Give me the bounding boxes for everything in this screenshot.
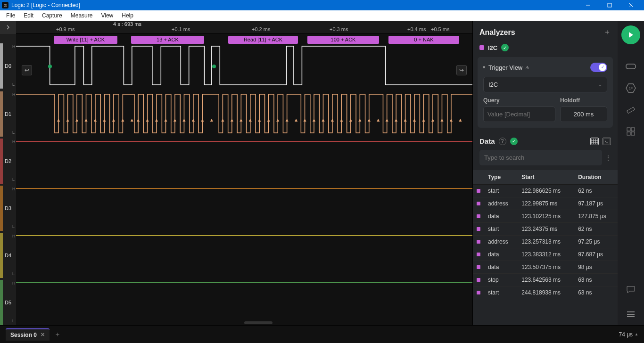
signal-row-d3[interactable] bbox=[16, 186, 472, 231]
cell-start: 123.507375 ms bbox=[518, 261, 574, 274]
expand-sidebar-button[interactable] bbox=[0, 21, 16, 34]
row-color-dot bbox=[477, 214, 480, 218]
chevron-down-icon[interactable]: ▸ bbox=[482, 66, 487, 69]
svg-rect-18 bbox=[627, 128, 630, 131]
channel-labels: D0HLD1HLD2HLD3HLD4HLD5HL bbox=[0, 34, 16, 325]
help-icon[interactable]: ? bbox=[499, 138, 506, 145]
add-analyzer-button[interactable]: ＋ bbox=[603, 27, 611, 37]
hex-1f-icon[interactable]: 1F bbox=[626, 84, 636, 92]
svg-rect-20 bbox=[627, 132, 630, 135]
cell-type: address bbox=[484, 197, 518, 210]
time-ruler[interactable]: 4 s : 693 ms +0.9 ms+0.1 ms+0.2 ms+0.3 m… bbox=[16, 21, 472, 34]
data-title: Data bbox=[479, 137, 495, 145]
row-color-dot bbox=[477, 189, 480, 193]
svg-rect-1 bbox=[608, 3, 611, 7]
extensions-icon[interactable] bbox=[626, 127, 636, 136]
signal-row-d1[interactable] bbox=[16, 91, 472, 137]
query-label: Query bbox=[483, 97, 555, 104]
cell-duration: 63 ns bbox=[574, 286, 618, 299]
decoded-packet[interactable]: 100 + ACK bbox=[307, 36, 379, 44]
app-icon: ◎ bbox=[2, 2, 8, 8]
session-tab[interactable]: Session 0 ✕ bbox=[6, 328, 50, 341]
table-row[interactable]: stop123.642563 ms63 ns bbox=[473, 274, 618, 286]
svg-rect-17 bbox=[627, 107, 635, 113]
cell-start: 123.24375 ms bbox=[518, 223, 574, 236]
cell-type: data bbox=[484, 210, 518, 223]
query-input[interactable] bbox=[483, 106, 555, 122]
signal-row-d4[interactable] bbox=[16, 233, 472, 278]
minimize-button[interactable] bbox=[577, 0, 599, 10]
row-color-dot bbox=[477, 253, 480, 256]
holdoff-input[interactable] bbox=[560, 106, 607, 122]
menu-file[interactable]: File bbox=[2, 12, 19, 19]
menu-capture[interactable]: Capture bbox=[38, 12, 66, 19]
table-view-icon[interactable] bbox=[590, 138, 599, 145]
decoded-packet[interactable]: 13 + ACK bbox=[131, 36, 204, 44]
analyzer-color-dot bbox=[479, 45, 484, 50]
table-row[interactable]: address122.99875 ms97.187 μs bbox=[473, 197, 618, 210]
tool-rail: 1F bbox=[618, 21, 644, 325]
col-duration[interactable]: Duration bbox=[574, 170, 618, 185]
decoded-packet[interactable]: 0 + NAK bbox=[388, 36, 459, 44]
feedback-icon[interactable] bbox=[626, 286, 636, 294]
level-low-label: L bbox=[12, 177, 15, 182]
cell-duration: 97.25 μs bbox=[574, 236, 618, 248]
data-table[interactable]: Type Start Duration start122.986625 ms62… bbox=[473, 170, 618, 325]
trigger-marker-icon[interactable] bbox=[212, 65, 216, 68]
col-type[interactable]: Type bbox=[484, 170, 518, 185]
chevron-up-icon: ▲ bbox=[635, 332, 638, 336]
trigger-toggle[interactable]: ✓ bbox=[590, 63, 607, 72]
warning-icon: ⚠ bbox=[525, 65, 529, 70]
cell-start: 123.383312 ms bbox=[518, 248, 574, 261]
horizontal-scrollbar[interactable] bbox=[244, 321, 272, 324]
table-row[interactable]: start123.24375 ms62 ns bbox=[473, 223, 618, 236]
table-row[interactable]: start244.818938 ms63 ns bbox=[473, 286, 618, 299]
cell-duration: 63 ns bbox=[574, 274, 618, 286]
trigger-marker-icon[interactable] bbox=[48, 65, 52, 68]
menu-edit[interactable]: Edit bbox=[19, 12, 38, 19]
menu-view[interactable]: View bbox=[97, 12, 117, 19]
kebab-menu-icon[interactable]: ⋮ bbox=[605, 154, 611, 162]
close-tab-icon[interactable]: ✕ bbox=[41, 332, 45, 338]
level-low-label: L bbox=[12, 82, 15, 87]
menu-help[interactable]: Help bbox=[117, 12, 138, 19]
waveform-area[interactable]: 4 s : 693 ms +0.9 ms+0.1 ms+0.2 ms+0.3 m… bbox=[16, 21, 472, 325]
cell-type: data bbox=[484, 261, 518, 274]
trigger-protocol-select[interactable]: I2C ⌄ bbox=[483, 77, 607, 92]
menu-icon[interactable] bbox=[626, 310, 636, 318]
terminal-view-icon[interactable] bbox=[603, 138, 611, 145]
signal-row-d5[interactable] bbox=[16, 280, 472, 325]
cell-type: address bbox=[484, 236, 518, 248]
menu-measure[interactable]: Measure bbox=[66, 12, 97, 19]
close-button[interactable] bbox=[620, 0, 642, 10]
check-icon: ✓ bbox=[501, 44, 509, 51]
table-row[interactable]: address123.257313 ms97.25 μs bbox=[473, 236, 618, 248]
start-capture-button[interactable] bbox=[621, 25, 640, 44]
maximize-button[interactable] bbox=[599, 0, 620, 10]
level-high-label: H bbox=[12, 234, 16, 238]
cell-start: 122.99875 ms bbox=[518, 197, 574, 210]
svg-rect-8 bbox=[591, 139, 598, 144]
device-icon[interactable] bbox=[626, 62, 636, 71]
table-row[interactable]: data123.507375 ms98 μs bbox=[473, 261, 618, 274]
table-row[interactable]: data123.102125 ms127.875 μs bbox=[473, 210, 618, 223]
signal-row-d0[interactable]: ↩ ↪ bbox=[16, 43, 472, 89]
decoded-packet[interactable]: Write [11] + ACK bbox=[54, 36, 117, 44]
ruler-icon[interactable] bbox=[626, 106, 636, 114]
level-high-label: H bbox=[12, 187, 16, 191]
data-search-input[interactable] bbox=[479, 150, 602, 165]
col-start[interactable]: Start bbox=[518, 170, 574, 185]
decoded-packet[interactable]: Read [11] + ACK bbox=[228, 36, 298, 44]
analyzer-item-i2c[interactable]: I2C ✓ bbox=[473, 42, 618, 57]
next-edge-icon[interactable]: ↪ bbox=[456, 65, 467, 75]
cell-duration: 98 μs bbox=[574, 261, 618, 274]
table-row[interactable]: start122.986625 ms62 ns bbox=[473, 185, 618, 197]
level-high-label: H bbox=[12, 139, 16, 144]
prev-edge-icon[interactable]: ↩ bbox=[22, 65, 32, 75]
table-row[interactable]: data123.383312 ms97.687 μs bbox=[473, 248, 618, 261]
titlebar: ◎ Logic 2 [Logic - Connected] bbox=[0, 0, 644, 10]
add-session-button[interactable]: ＋ bbox=[54, 330, 61, 339]
cell-duration: 127.875 μs bbox=[574, 210, 618, 223]
zoom-level[interactable]: 74 μs ▲ bbox=[619, 331, 638, 338]
signal-row-d2[interactable] bbox=[16, 139, 472, 184]
